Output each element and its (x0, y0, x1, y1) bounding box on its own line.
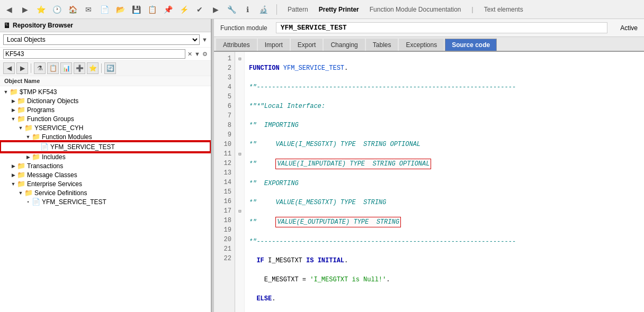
search-input[interactable] (3, 49, 185, 59)
nav-filter-btn[interactable]: ⚗ (34, 62, 46, 74)
tree-item-tmp[interactable]: ▼ 📁 $TMP KF543 (0, 87, 211, 96)
expand-fgroups-icon[interactable]: ▼ (10, 115, 17, 123)
fm-name-value: YFM_SERVICE_TEST (276, 22, 608, 33)
tree-item-programs[interactable]: ▶ 📁 Programs (0, 105, 211, 114)
fold-17[interactable]: ⊟ (235, 206, 245, 216)
tree-item-fmodules[interactable]: ▼ 📁 Function Modules (0, 132, 211, 141)
copy-icon[interactable]: 📋 (147, 5, 157, 14)
expand-includes-icon[interactable]: ▶ (24, 153, 32, 161)
fold-18 (235, 216, 245, 225)
tree-label-tmp: $TMP KF543 (20, 88, 57, 96)
run-icon[interactable]: ▶ (211, 5, 220, 14)
tree-item-msgclasses[interactable]: ▶ 📁 Message Classes (0, 170, 211, 179)
file-svcdef-icon: 📄 (32, 198, 40, 206)
expand-msgclasses-icon[interactable]: ▶ (10, 171, 17, 179)
tree-item-entservices[interactable]: ▼ 📁 Enterprise Services (0, 179, 211, 188)
tab-export[interactable]: Export (291, 39, 323, 51)
fold-20 (235, 235, 245, 244)
test-icon[interactable]: 🔬 (258, 5, 268, 14)
open-icon[interactable]: 📂 (115, 5, 125, 14)
nav-sep-2 (101, 63, 102, 73)
tree-label-fmodules: Function Modules (42, 133, 92, 141)
nav-display-btn[interactable]: 📊 (60, 62, 72, 74)
expand-transactions-icon[interactable]: ▶ (10, 162, 17, 170)
mail-icon[interactable]: ✉ (84, 5, 93, 14)
nav-refresh-btn[interactable]: 🔄 (104, 62, 116, 74)
fold-1[interactable]: ⊟ (235, 54, 245, 63)
local-objects-dropdown[interactable]: Local Objects All Objects (3, 34, 200, 45)
expand-svcdef-icon[interactable]: ▼ (17, 189, 24, 197)
tree-item-yfm-test[interactable]: 📄 YFM_SERVICE_TEST (0, 141, 211, 152)
activate-icon[interactable]: ⚡ (179, 5, 189, 14)
nav-back-btn[interactable]: ◀ (3, 62, 15, 74)
tree-item-yfm-svcdef[interactable]: • 📄 YFM_SERVICE_TEST (0, 197, 211, 206)
expand-yservice-icon[interactable]: ▼ (17, 124, 24, 132)
expand-fmodules-icon[interactable]: ▼ (24, 133, 32, 141)
dropdown-expand-button[interactable]: ▼ (202, 36, 208, 43)
line-9: *" VALUE(E_OUTPUTDATE) TYPE STRING (249, 217, 640, 227)
tab-changing[interactable]: Changing (324, 39, 364, 51)
nav-forward-btn[interactable]: ▶ (16, 62, 28, 74)
fold-6 (235, 102, 245, 111)
line-6: *" VALUE(I_INPUTDATE) TYPE STRING OPTION… (249, 159, 640, 169)
tree-label-fgroups: Function Groups (27, 115, 74, 123)
expand-entservices-icon[interactable]: ▼ (10, 180, 17, 188)
tree-label-entservices: Enterprise Services (27, 180, 82, 188)
fold-11[interactable]: ⊟ (235, 149, 245, 159)
folder-transactions-icon: 📁 (17, 162, 25, 170)
text-elements-link[interactable]: Text elements (482, 5, 525, 14)
tree-item-transactions[interactable]: ▶ 📁 Transactions (0, 161, 211, 170)
line-4: *" IMPORTING (249, 121, 640, 130)
check-icon[interactable]: ✔ (195, 5, 204, 14)
tree-item-yservice[interactable]: ▼ 📁 YSERVICE_CYH (0, 123, 211, 132)
line-5: *" VALUE(I_MESGTXT) TYPE STRING OPTIONAL (249, 140, 640, 149)
code-text[interactable]: FUNCTION YFM_SERVICE_TEST. *"-----------… (245, 52, 644, 312)
pretty-printer-link[interactable]: Pretty Printer (317, 5, 361, 14)
history-icon[interactable]: 🕐 (52, 5, 61, 14)
nav-add-btn[interactable]: ➕ (74, 62, 85, 74)
tab-exceptions[interactable]: Exceptions (399, 39, 444, 51)
code-tabs: Attributes Import Export Changing Tables… (214, 37, 644, 52)
search-clear-button[interactable]: ✕ (187, 51, 192, 58)
tab-attributes[interactable]: Attributes (216, 39, 257, 51)
dot-svcdef-icon: • (24, 198, 32, 206)
fold-21 (235, 244, 245, 254)
paste-icon[interactable]: 📌 (163, 5, 173, 14)
search-settings-button[interactable]: ⚙ (202, 51, 208, 58)
tree-label-dict: Dictionary Objects (27, 97, 78, 105)
debug-icon[interactable]: 🔧 (227, 5, 236, 14)
search-down-button[interactable]: ▼ (194, 51, 200, 57)
object-tree: ▼ 📁 $TMP KF543 ▶ 📁 Dictionary Objects ▶ … (0, 86, 211, 312)
pattern-link[interactable]: Pattern (285, 5, 310, 14)
nav-star-btn[interactable]: ⭐ (87, 62, 99, 74)
tab-source-code[interactable]: Source code (445, 39, 497, 51)
favorite-icon[interactable]: ⭐ (36, 5, 46, 14)
fm-doc-link[interactable]: Function Module Documentation (368, 5, 463, 14)
tree-label-yservice: YSERVICE_CYH (34, 124, 83, 132)
expand-dict-icon[interactable]: ▶ (10, 97, 17, 105)
folder-fmodules-icon: 📁 (32, 133, 40, 141)
tab-import[interactable]: Import (258, 39, 290, 51)
tree-item-dict[interactable]: ▶ 📁 Dictionary Objects (0, 96, 211, 105)
fold-8 (235, 121, 245, 130)
nav-forward-icon[interactable]: ▶ (20, 5, 30, 14)
info-icon[interactable]: ℹ (243, 5, 252, 14)
dropdown-row: Local Objects All Objects ▼ (0, 32, 211, 48)
new-icon[interactable]: 📄 (100, 5, 109, 14)
tab-tables[interactable]: Tables (366, 39, 398, 51)
folder-fgroups-icon: 📁 (17, 115, 25, 123)
nav-copy-btn[interactable]: 📋 (47, 62, 59, 74)
expand-tmp-icon[interactable]: ▼ (2, 88, 10, 96)
expand-programs-icon[interactable]: ▶ (10, 106, 17, 114)
nav-sep-1 (31, 63, 31, 73)
save-icon[interactable]: 💾 (131, 5, 141, 14)
code-editor[interactable]: 12345 678910 1112131415 1617181920 2122 … (214, 52, 644, 312)
tree-item-svcdef[interactable]: ▼ 📁 Service Definitions (0, 188, 211, 197)
tree-item-fgroups[interactable]: ▼ 📁 Function Groups (0, 114, 211, 123)
tree-item-includes[interactable]: ▶ 📁 Includes (0, 152, 211, 161)
tree-label-yfm-test: YFM_SERVICE_TEST (50, 143, 115, 151)
home-icon[interactable]: 🏠 (68, 5, 77, 14)
nav-back-icon[interactable]: ◀ (4, 5, 14, 14)
repo-browser-header: 🖥 Repository Browser (0, 19, 211, 32)
line-2: *"--------------------------------------… (249, 82, 640, 92)
